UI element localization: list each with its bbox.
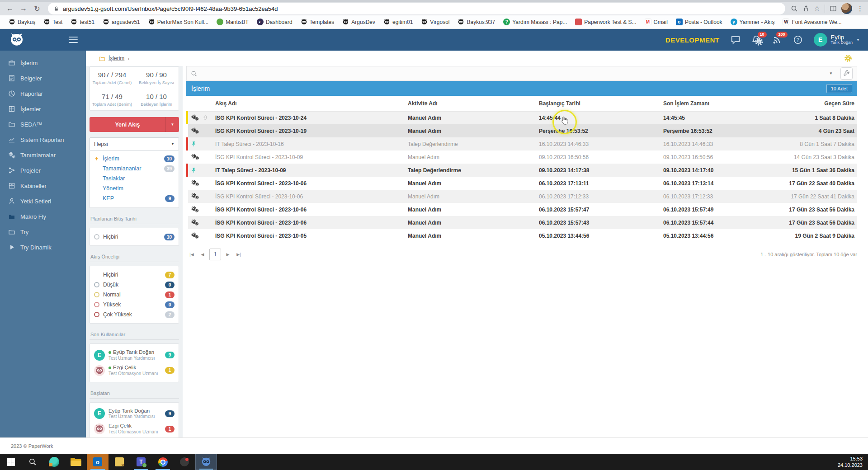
bookmark-item[interactable]: Templates (297, 17, 338, 27)
table-row[interactable]: İSG KPI Kontrol Süreci - 2023-10-24 Manu… (187, 111, 857, 124)
table-row[interactable]: İSG KPI Kontrol Süreci - 2023-10-05 Manu… (187, 229, 857, 242)
radio-icon[interactable] (94, 312, 99, 317)
browser-profile-avatar[interactable] (841, 3, 852, 14)
priority-option[interactable]: Normal 1 (94, 290, 175, 300)
bookmark-item[interactable]: M Gmail (642, 17, 671, 27)
user-menu[interactable]: E Eyüp Tarık Doğan ▼ (814, 33, 860, 47)
url-input[interactable] (63, 5, 780, 12)
column-header-elapsed[interactable]: Geçen Süre (764, 96, 857, 111)
sidebar-item[interactable]: Sistem Raporları (0, 132, 86, 147)
paperwork-logo-owl-icon[interactable] (9, 32, 24, 47)
bookmark-star-icon[interactable]: ☆ (814, 5, 820, 13)
table-row[interactable]: İSG KPI Kontrol Süreci - 2023-10-06 Manu… (187, 216, 857, 229)
column-header-flow-name[interactable]: Akış Adı (212, 96, 405, 111)
bookmark-item[interactable]: argusdev51 (99, 17, 143, 27)
user-filter-item[interactable]: E Eyüp Tarık Doğan Test Uzman Yardımcısı… (94, 406, 175, 422)
notifications-bell-icon[interactable]: 10 (751, 35, 761, 45)
bookmark-item[interactable]: W Font Awesome We... (779, 17, 844, 27)
teams-button[interactable]: T (130, 454, 152, 470)
table-row[interactable]: IT Talep Süreci - 2023-10-16 Talep Değer… (187, 137, 857, 150)
sidebar-item[interactable]: Try (0, 224, 86, 240)
search-options-caret[interactable]: ▼ (825, 68, 837, 79)
bookmark-item[interactable]: Paperwork Test & S... (572, 17, 639, 27)
priority-option[interactable]: Düşük 0 (94, 280, 175, 290)
address-bar[interactable] (48, 3, 785, 14)
table-row[interactable]: İSG KPI Kontrol Süreci - 2023-10-09 Manu… (187, 150, 857, 164)
menu-hamburger-icon[interactable] (69, 37, 78, 43)
user-filter-item[interactable]: Ezgi Çelik Test Otomasyon Uzmanı 1 (94, 363, 175, 378)
bookmark-item[interactable]: test51 (67, 17, 98, 27)
pagination-prev-button[interactable]: ◀ (197, 249, 208, 260)
browser-reload-button[interactable]: ↻ (32, 3, 42, 14)
bookmark-item[interactable]: ? Yardım Masası : Pap... (500, 17, 570, 27)
taskbar-clock[interactable]: 15:53 24.10.2023 (838, 454, 868, 470)
pagination-last-button[interactable]: ▶| (233, 249, 244, 260)
bookmark-item[interactable]: Baykuş (5, 17, 38, 27)
share-icon[interactable] (802, 5, 810, 12)
start-button[interactable] (0, 454, 22, 470)
chrome-button[interactable] (152, 454, 174, 470)
bookmark-item[interactable]: PerforMax Son Kull... (145, 17, 212, 27)
taskbar-search-button[interactable] (22, 454, 43, 470)
pagination-current-page[interactable]: 1 (209, 249, 221, 260)
file-explorer-button[interactable] (65, 454, 87, 470)
bookmark-item[interactable]: y Yammer - Akış (727, 17, 778, 27)
table-row[interactable]: İSG KPI Kontrol Süreci - 2023-10-06 Manu… (187, 190, 857, 203)
snipping-tool-button[interactable] (108, 454, 130, 470)
view-filter-item[interactable]: Yönetim (94, 183, 175, 193)
recorder-button[interactable] (174, 454, 195, 470)
sidebar-item[interactable]: İşlerim (0, 55, 86, 70)
pagination-next-button[interactable]: ▶ (222, 249, 233, 260)
table-row[interactable]: İSG KPI Kontrol Süreci - 2023-10-06 Manu… (187, 203, 857, 216)
bookmark-item[interactable]: Test (40, 17, 66, 27)
bookmark-item[interactable]: Virgosol (418, 17, 453, 27)
bookmark-item[interactable]: ◐ Dashboard (254, 17, 296, 27)
new-flow-caret-icon[interactable]: ▼ (165, 117, 179, 132)
outlook-button[interactable]: o (87, 454, 108, 470)
view-filter-item[interactable]: Tamamlananlar 39 (94, 164, 175, 174)
table-row[interactable]: IT Talep Süreci - 2023-10-09 Talep Değer… (187, 164, 857, 177)
announcements-icon[interactable]: 100 (772, 35, 782, 45)
sidebar-item[interactable]: Raporlar (0, 86, 86, 101)
table-row[interactable]: İSG KPI Kontrol Süreci - 2023-10-06 Manu… (187, 177, 857, 190)
view-filter-item[interactable]: İşlerim 10 (94, 154, 175, 164)
bookmark-item[interactable]: ArgusDev (339, 17, 378, 27)
user-filter-item[interactable]: E Eyüp Tarık Doğan Test Uzman Yardımcısı… (94, 348, 175, 363)
sidebar-item[interactable]: Try Dinamik (0, 240, 86, 255)
paperwork-app-button[interactable] (195, 454, 217, 470)
sidebar-item[interactable]: İşlemler (0, 101, 86, 117)
sidebar-item[interactable]: Projeler (0, 163, 86, 178)
menu-kebab-icon[interactable]: ⋮ (857, 5, 863, 13)
radio-icon[interactable] (94, 282, 99, 287)
browser-forward-button[interactable]: → (18, 3, 29, 14)
sidebar-item[interactable]: Kabineller (0, 178, 86, 193)
radio-icon[interactable] (94, 292, 99, 297)
sidebar-item[interactable]: Yetki Setleri (0, 193, 86, 209)
radio-icon[interactable] (94, 234, 99, 240)
scope-select[interactable]: Hepsi ▼ (90, 137, 179, 150)
help-icon[interactable] (793, 35, 803, 45)
sidebar-item[interactable]: Belgeler (0, 70, 86, 86)
column-header-activity[interactable]: Aktivite Adı (405, 96, 536, 111)
bookmark-item[interactable]: egitim01 (380, 17, 416, 27)
bookmark-item[interactable]: MantisBT (213, 17, 252, 27)
taskbar-app-button[interactable] (43, 454, 65, 470)
priority-option[interactable]: Çok Yüksek 2 (94, 310, 175, 320)
search-icon[interactable] (791, 5, 798, 12)
view-filter-item[interactable]: KEP 9 (94, 193, 175, 203)
chat-icon[interactable] (731, 35, 741, 45)
sidebar-item[interactable]: SEDA™ (0, 117, 86, 132)
sidebar-item[interactable]: Tanımlamalar (0, 147, 86, 163)
priority-option[interactable]: Yüksek 0 (94, 300, 175, 310)
search-settings-wrench-icon[interactable] (840, 67, 853, 80)
bookmark-item[interactable]: o Posta - Outlook (673, 17, 726, 27)
sidebar-item[interactable]: Makro Fly (0, 209, 86, 224)
priority-option[interactable]: Hiçbiri 7 (94, 270, 175, 280)
user-filter-item[interactable]: Ezgi Çelik Test Otomasyon Uzmanı 1 (94, 421, 175, 437)
page-settings-gear-icon[interactable] (844, 54, 853, 63)
search-input[interactable] (201, 70, 821, 77)
side-panel-icon[interactable] (830, 5, 837, 12)
browser-back-button[interactable]: ← (5, 3, 15, 14)
breadcrumb-link[interactable]: İşlerim (108, 55, 124, 61)
table-row[interactable]: İSG KPI Kontrol Süreci - 2023-10-19 Manu… (187, 124, 857, 137)
